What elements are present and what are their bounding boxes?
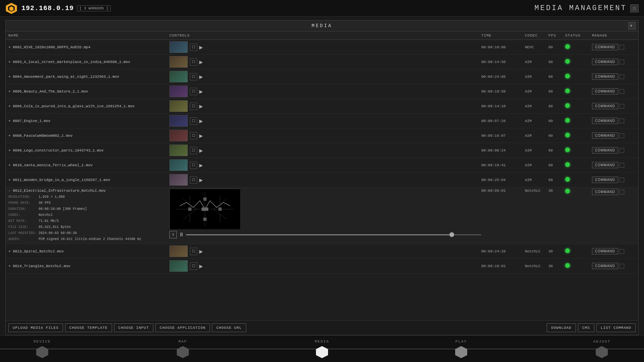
media-name[interactable]: + 0006_Cola_is_poured_into_a_glass_with_… (8, 104, 169, 108)
command-button[interactable]: COMMAND (592, 59, 618, 65)
loop-button[interactable]: ☐ (190, 117, 197, 125)
row-checkbox[interactable] (620, 178, 624, 182)
row-checkbox[interactable] (620, 45, 624, 50)
media-name[interactable]: + 0011_Wooden_bridge_in_a_jungle_1158297… (8, 178, 169, 182)
panel-add-button[interactable]: + (628, 22, 636, 29)
play-button[interactable]: ▶ (199, 163, 203, 168)
row-checkbox[interactable] (620, 104, 624, 109)
command-button[interactable]: COMMAND (592, 147, 618, 154)
media-name[interactable]: + 0004_Amusement_park_swing_at_night_123… (8, 75, 169, 79)
media-name[interactable]: + 0007_Engine_1.mov (8, 119, 169, 123)
nav-node-adjust[interactable] (596, 346, 608, 358)
cms-button[interactable]: CMS (578, 323, 594, 332)
command-button[interactable]: COMMAND (592, 189, 618, 195)
nav-node-map[interactable] (177, 346, 189, 358)
choose-url-button[interactable]: CHOOSE URL (212, 323, 246, 332)
loop-button[interactable]: ☐ (190, 73, 197, 80)
row-checkbox[interactable] (620, 133, 624, 138)
cell-controls: ☐ ▶ (169, 115, 481, 127)
download-button[interactable]: DOWNLOAD (547, 323, 576, 332)
row-checkbox[interactable] (620, 264, 624, 268)
row-checkbox[interactable] (620, 89, 624, 94)
col-time: TIME (481, 34, 525, 38)
loop-button[interactable]: ☐ (190, 147, 197, 154)
nav-node-media[interactable] (316, 346, 328, 358)
nav-node-play[interactable] (455, 346, 467, 358)
command-button[interactable]: COMMAND (592, 248, 618, 254)
media-name[interactable]: + 0009_Lego_constructor_parts_1043743_1.… (8, 148, 169, 153)
command-button[interactable]: COMMAND (592, 162, 618, 168)
nav-label-device: DEVICE (34, 340, 51, 344)
command-button[interactable]: COMMAND (592, 263, 618, 269)
nav-node-device[interactable] (36, 346, 48, 358)
play-button[interactable]: ▶ (199, 148, 203, 153)
play-button[interactable]: ▶ (199, 89, 203, 94)
loop-button[interactable]: ☐ (190, 44, 197, 51)
row-checkbox[interactable] (620, 119, 624, 123)
loop-button[interactable]: ☐ (190, 88, 197, 95)
loop-button[interactable]: ☐ (190, 103, 197, 110)
play-button[interactable]: ▶ (199, 74, 203, 79)
media-name[interactable]: + 0013_Spiral_NotchLC.mov (8, 249, 169, 253)
media-name[interactable]: - 0012_Electrical_Infrastructure_NotchLC… (8, 189, 169, 193)
media-name[interactable]: + 0002_HIVE_1920x1080_60FPS_AUDIO.mp4 (8, 45, 169, 49)
media-name[interactable]: + 0010_santa_monica_ferris_wheel_1.mov (8, 163, 169, 167)
nav-item-media[interactable]: MEDIA (315, 340, 329, 358)
play-button[interactable]: ▶ (199, 177, 203, 183)
play-button[interactable]: ▶ (199, 133, 203, 138)
loop-button[interactable]: ☐ (190, 248, 197, 255)
cell-time: 00:00:10:00 (481, 45, 525, 49)
command-button[interactable]: COMMAND (592, 44, 618, 50)
row-checkbox[interactable] (620, 60, 624, 64)
command-button[interactable]: COMMAND (592, 103, 618, 109)
command-button[interactable]: COMMAND (592, 132, 618, 139)
play-button[interactable]: ▶ (199, 104, 203, 109)
workers-badge[interactable]: [ 3 WORKERS ] (77, 5, 111, 11)
loop-button[interactable]: ☐ (190, 162, 197, 169)
list-command-button[interactable]: LIST COMMAND (596, 323, 636, 332)
play-button[interactable]: ▶ (199, 59, 203, 65)
media-thumbnail (169, 174, 188, 186)
choose-template-button[interactable]: CHOOSE TEMPLATE (65, 323, 112, 332)
row-checkbox[interactable] (620, 74, 624, 79)
loop-button[interactable]: ☐ (190, 262, 197, 270)
cell-codec: AIM (525, 178, 548, 182)
row-checkbox[interactable] (620, 190, 624, 194)
loop-button[interactable]: ☐ (190, 58, 197, 66)
nav-item-adjust[interactable]: ADJUST (593, 340, 610, 358)
nav-item-play[interactable]: PLAY (455, 340, 467, 358)
command-button[interactable]: COMMAND (592, 118, 618, 124)
play-button[interactable]: ▶ (199, 118, 203, 124)
top-bar-right: MEDIA MANAGEMENT □ (535, 4, 639, 12)
loop-button[interactable]: ☐ (190, 132, 197, 139)
progress-bar[interactable] (186, 234, 481, 235)
nav-label-map: MAP (178, 340, 187, 344)
choose-input-button[interactable]: CHOOSE INPUT (114, 323, 153, 332)
row-checkbox[interactable] (620, 148, 624, 153)
cell-controls: ☐ ▶ (169, 174, 481, 186)
command-button[interactable]: COMMAND (592, 73, 618, 80)
play-button[interactable]: ▶ (199, 263, 203, 269)
play-button[interactable]: ▶ (199, 45, 203, 50)
pause-button[interactable]: ⏸ (179, 232, 184, 238)
toggle-button[interactable]: □ (630, 4, 639, 12)
media-name[interactable]: + 0005_Beauty_And_The_Nature_2_1.mov (8, 89, 169, 94)
row-checkbox[interactable] (620, 249, 624, 254)
cell-status (565, 74, 592, 80)
upload-media-button[interactable]: UPLOAD MEDIA FILES (8, 323, 63, 332)
cell-time: 00:00:16:07 (481, 134, 525, 138)
loop-button[interactable]: 1 (169, 231, 177, 238)
play-button[interactable]: ▶ (199, 249, 203, 254)
nav-item-map[interactable]: MAP (177, 340, 189, 358)
loop-button[interactable]: ☐ (190, 176, 197, 184)
choose-application-button[interactable]: CHOOSE APPLICATION (155, 323, 210, 332)
row-checkbox[interactable] (620, 163, 624, 168)
manage-cell: COMMAND (592, 59, 636, 65)
command-button[interactable]: COMMAND (592, 177, 618, 183)
media-name[interactable]: + 0014_Triangles_NotchLC.mov (8, 264, 169, 268)
nav-item-device[interactable]: DEVICE (34, 340, 51, 358)
media-name[interactable]: + 0008_FascatwHDWoom002_1.mov (8, 134, 169, 138)
media-name[interactable]: + 0003_A_local_street_marketplace_in_ind… (8, 60, 169, 64)
command-button[interactable]: COMMAND (592, 88, 618, 95)
cell-codec: AIM (525, 75, 548, 79)
